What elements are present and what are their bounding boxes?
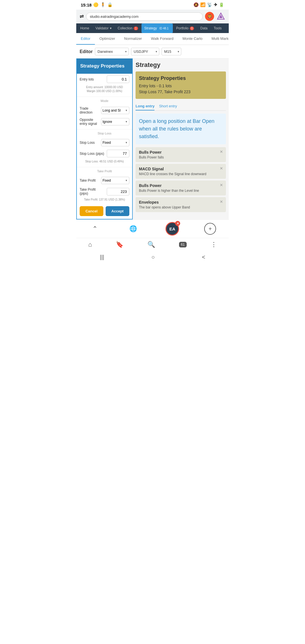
rule-title-3: Envelopes bbox=[139, 200, 223, 204]
nav-strategy[interactable]: Strategy ID 48.1 bbox=[141, 23, 173, 33]
take-profit-type-row: Take Profit Fixed Trailing ATR bbox=[77, 175, 132, 186]
left-panel-header: Strategy Properties bbox=[77, 58, 132, 74]
main-content: Strategy Properties Entry lots Entry amo… bbox=[76, 58, 229, 219]
stop-loss-type-wrapper[interactable]: Fixed Trailing ATR bbox=[101, 139, 129, 146]
url-box[interactable]: studio.eatradingacademy.com bbox=[86, 12, 203, 21]
home-icon[interactable]: ⌂ bbox=[88, 241, 92, 248]
stop-loss-hint: Stop Loss: 48.51 USD (0.49%) bbox=[77, 159, 132, 165]
ea-close-badge[interactable]: ✕ bbox=[175, 221, 180, 226]
tab-monte-carlo[interactable]: Monte Carlo bbox=[178, 33, 207, 45]
take-profit-divider: Take Profit bbox=[77, 167, 132, 175]
timeframe-select-wrapper[interactable]: M15 bbox=[162, 48, 181, 55]
rule-close-0[interactable]: ✕ bbox=[220, 149, 223, 154]
scroll-up-btn[interactable]: ⌃ bbox=[89, 224, 101, 234]
route-icon: ⇌ bbox=[80, 13, 84, 19]
left-panel: Strategy Properties Entry lots Entry amo… bbox=[76, 58, 133, 219]
timeframe-select[interactable]: M15 bbox=[162, 48, 181, 55]
nav-home[interactable]: Home bbox=[77, 23, 92, 33]
opposite-entry-select[interactable]: Ignore Close Reverse bbox=[101, 118, 129, 125]
back-arrow-icon[interactable]: < bbox=[202, 254, 205, 260]
summary-title: Strategy Properties bbox=[139, 75, 223, 81]
symbol-select[interactable]: USDJPY bbox=[131, 48, 159, 55]
brave-browser-icon[interactable]: 🦁 bbox=[205, 12, 214, 21]
nav-collection[interactable]: Collection 1 bbox=[115, 23, 141, 33]
globe-icon: 🌐 bbox=[129, 225, 137, 232]
nav-collection-label: Collection bbox=[118, 26, 133, 30]
take-profit-type-wrapper[interactable]: Fixed Trailing ATR bbox=[101, 177, 129, 184]
tab-editor[interactable]: Editor bbox=[76, 33, 95, 45]
rule-desc-2: Bulls Power is higher than the Level lin… bbox=[139, 189, 223, 193]
stop-loss-pips-label: Stop Loss (pips) bbox=[80, 152, 105, 156]
editor-header: Editor Darwinex USDJPY M15 bbox=[76, 45, 229, 58]
stop-loss-type-select[interactable]: Fixed Trailing ATR bbox=[101, 139, 129, 146]
system-nav: ||| ○ < bbox=[76, 251, 229, 265]
tab-count-badge[interactable]: 61 bbox=[179, 242, 187, 247]
opposite-entry-wrapper[interactable]: Ignore Close Reverse bbox=[101, 118, 129, 125]
nav-tools-label: Tools bbox=[214, 26, 222, 30]
broker-select-wrapper[interactable]: Darwinex bbox=[95, 48, 129, 55]
stop-loss-type-row: Stop Loss Fixed Trailing ATR bbox=[77, 137, 132, 148]
editor-title: Editor bbox=[80, 49, 93, 54]
rule-title-2: Bulls Power bbox=[139, 183, 223, 188]
plus-icon: + bbox=[209, 226, 212, 232]
home-circle-icon[interactable]: ○ bbox=[151, 254, 155, 260]
nav-bar: Home Validator ▾ Collection 1 Strategy I… bbox=[76, 23, 229, 33]
rule-close-3[interactable]: ✕ bbox=[220, 199, 223, 204]
take-profit-pips-input[interactable] bbox=[107, 188, 129, 195]
opposite-entry-label: Opposite entry signal bbox=[80, 118, 99, 126]
nav-validator[interactable]: Validator ▾ bbox=[93, 23, 114, 33]
symbol-select-wrapper[interactable]: USDJPY bbox=[131, 48, 159, 55]
trade-direction-label: Trade direction bbox=[80, 106, 99, 114]
rule-desc-1: MACD line crosses the Signal line downwa… bbox=[139, 172, 223, 176]
menu-dots-icon[interactable]: ⋮ bbox=[211, 241, 217, 248]
rule-close-2[interactable]: ✕ bbox=[220, 183, 223, 187]
trade-direction-row: Trade direction Long and Sl Long only Sh… bbox=[77, 105, 132, 116]
entry-tabs: Long entry Short entry bbox=[136, 102, 226, 111]
status-left: 15:18 🟡 🧍 🔒 bbox=[81, 2, 113, 7]
rule-title-0: Bulls Power bbox=[139, 150, 223, 155]
cancel-button[interactable]: Cancel bbox=[80, 206, 103, 216]
trade-direction-select[interactable]: Long and Sl Long only Short only bbox=[101, 107, 129, 114]
bookmark-icon[interactable]: 🔖 bbox=[116, 241, 123, 248]
stop-loss-pips-input[interactable] bbox=[107, 150, 129, 157]
add-btn[interactable]: + bbox=[204, 223, 216, 235]
hamburger-menu-icon[interactable]: ||| bbox=[100, 254, 104, 260]
tab-normalizer[interactable]: Normalizer bbox=[120, 33, 147, 45]
long-entry-tab[interactable]: Long entry bbox=[136, 102, 154, 110]
ea-button-wrapper[interactable]: EA ✕ bbox=[165, 222, 179, 236]
nav-data[interactable]: Data bbox=[197, 23, 210, 33]
rule-desc-0: Bulls Power falls bbox=[139, 155, 223, 159]
strategy-properties-title: Strategy Properties bbox=[80, 63, 129, 69]
summary-text: Entry lots - 0.1 lotsStop Loss 77, Take … bbox=[139, 83, 223, 95]
entry-hint: Entry amount: 10000.00 USDMargin 100.00 … bbox=[77, 85, 132, 95]
entry-lots-row: Entry lots bbox=[77, 74, 132, 85]
strategy-summary-box: Strategy Properties Entry lots - 0.1 lot… bbox=[136, 71, 226, 99]
short-entry-tab[interactable]: Short entry bbox=[159, 102, 177, 110]
tab-walk-forward[interactable]: Walk Forward bbox=[146, 33, 178, 45]
rule-card-0: Bulls Power Bulls Power falls ✕ bbox=[136, 147, 226, 162]
globe-btn[interactable]: 🌐 bbox=[126, 224, 140, 234]
bottom-toolbar: ⌃ 🌐 EA ✕ + bbox=[76, 219, 229, 238]
tab-optimizer[interactable]: Optimizer bbox=[95, 33, 120, 45]
nav-portfolio[interactable]: Portfolio 0 bbox=[173, 23, 197, 33]
trade-direction-wrapper[interactable]: Long and Sl Long only Short only bbox=[101, 107, 129, 114]
take-profit-pips-row: Take Profit (pips) bbox=[77, 186, 132, 197]
nav-tools[interactable]: Tools bbox=[211, 23, 225, 33]
prism-icon[interactable] bbox=[216, 12, 225, 21]
airplane-icon: ✈ bbox=[214, 2, 217, 7]
search-icon[interactable]: 🔍 bbox=[147, 241, 155, 248]
open-position-text: Open a long position at Bar Open when al… bbox=[139, 118, 223, 140]
right-panel: Strategy Strategy Properties Entry lots … bbox=[133, 58, 229, 219]
mode-divider: Mode bbox=[77, 97, 132, 105]
entry-lots-input[interactable] bbox=[107, 75, 129, 83]
strategy-badge: ID 48.1 bbox=[158, 27, 170, 30]
tab-multi-market[interactable]: Multi Market bbox=[207, 33, 229, 45]
take-profit-type-select[interactable]: Fixed Trailing ATR bbox=[101, 177, 129, 184]
rule-desc-3: The bar opens above Upper Band bbox=[139, 205, 223, 209]
portfolio-badge: 0 bbox=[190, 27, 194, 30]
nav-data-label: Data bbox=[200, 26, 207, 30]
broker-select[interactable]: Darwinex bbox=[95, 48, 129, 55]
rule-close-1[interactable]: ✕ bbox=[220, 166, 223, 171]
collection-badge: 1 bbox=[134, 27, 138, 30]
accept-button[interactable]: Accept bbox=[106, 206, 129, 216]
